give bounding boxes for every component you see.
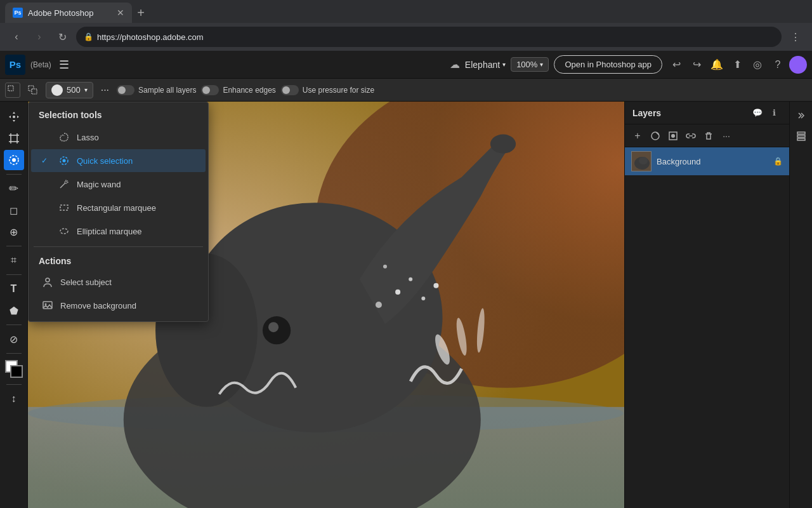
quick-selection-active-button[interactable] [4,150,24,170]
adjust-tool-button[interactable]: ↕ [4,389,24,409]
pressure-toggle-switch[interactable] [281,85,299,95]
shape-tool-button[interactable]: ⬟ [4,300,24,321]
background-color [10,365,23,378]
reload-button[interactable]: ↻ [53,28,71,46]
avatar[interactable] [789,56,807,74]
elliptical-marquee-label: Elliptical marquee [77,227,142,236]
discover-icon[interactable]: ◎ [749,56,766,74]
delete-layer-button[interactable] [701,128,716,144]
panel-icons-group: 💬 ℹ [750,105,782,121]
document-name[interactable]: Elephant ▾ [465,60,506,70]
eraser-tool-button[interactable]: ◻ [4,200,24,220]
link-layer-button[interactable] [683,128,698,144]
undo-icon[interactable]: ↩ [667,56,685,74]
brush-circle-icon [51,84,63,96]
new-tab-button[interactable]: + [132,4,150,22]
zoom-control[interactable]: 100% ▾ [511,57,549,72]
svg-line-35 [60,183,65,188]
magic-wand-icon [58,178,70,190]
svg-rect-53 [797,135,805,137]
rectangular-marquee-item[interactable]: Rectangular marquee [31,196,206,219]
layers-toolbar: + ··· [625,124,789,147]
mask-button[interactable] [665,128,681,144]
beta-label: (Beta) [30,60,51,69]
color-indicator[interactable] [5,360,23,378]
layer-name-label: Background [657,157,768,166]
sample-all-layers-label: Sample all layers [138,86,196,95]
sample-all-layers-toggle[interactable]: Sample all layers [117,85,196,95]
actions-header: Actions [29,251,208,270]
elliptical-marquee-item[interactable]: Elliptical marquee [31,220,206,243]
top-bar-icons: ↩ ↪ 🔔 ⬆ ◎ ? [667,56,807,74]
type-tool-button[interactable]: T [4,279,24,299]
crop-tool-button[interactable]: ⌗ [4,250,24,271]
layers-panel-icon[interactable] [792,127,810,145]
layer-thumbnail [631,151,652,171]
dropdown-separator [34,246,203,247]
selection-tools-header: Selection tools [29,102,208,125]
svg-point-32 [383,265,387,269]
forward-button[interactable]: › [30,28,48,46]
enhance-toggle-switch[interactable] [201,85,219,95]
lasso-icon [58,131,70,144]
open-in-photoshop-button[interactable]: Open in Photoshop app [554,55,662,74]
layer-more-button[interactable]: ··· [719,128,734,144]
select-subject-item[interactable]: Select subject [31,271,206,293]
top-bar: Ps (Beta) ☰ ☁ Elephant ▾ 100% ▾ Open in … [0,51,812,79]
redo-icon[interactable]: ↪ [688,56,705,74]
canvas-area: Selection tools Lasso ✓ Quick sele [28,102,624,508]
cloud-icon: ☁ [450,58,460,70]
address-bar[interactable]: 🔒 https://photoshop.adobe.com [76,27,782,47]
notifications-icon[interactable]: 🔔 [708,56,726,74]
right-side-icons [789,102,812,508]
svg-point-27 [395,290,400,295]
svg-point-30 [421,297,425,300]
remove-background-icon [41,299,54,312]
svg-line-39 [67,180,69,182]
browser-more-button[interactable]: ⋮ [787,28,804,46]
separator4 [6,324,22,325]
artboard-tool-button[interactable] [4,128,24,149]
panel-chat-icon[interactable]: 💬 [750,105,765,121]
expand-right-icon[interactable] [792,107,810,124]
lasso-tool-item[interactable]: Lasso [31,126,206,149]
use-pressure-label: Use pressure for size [303,86,374,95]
background-layer-item[interactable]: Background 🔒 [625,147,789,175]
brush-size-control[interactable]: 500 ▾ [46,82,93,98]
brush-tool-button[interactable]: ✏ [4,178,24,199]
back-button[interactable]: ‹ [8,28,25,46]
adjustment-layer-button[interactable] [648,128,663,144]
svg-rect-40 [60,205,68,210]
add-to-selection-icon[interactable] [5,83,20,98]
chevron-down-icon: ▾ [540,61,543,68]
layers-title: Layers [632,108,750,118]
options-dots[interactable]: ··· [98,84,112,96]
ps-logo: Ps [5,55,25,75]
sample-toggle-switch[interactable] [117,85,134,95]
hamburger-icon[interactable]: ☰ [56,55,72,74]
active-tab[interactable]: Ps Adobe Photoshop ✕ [5,3,132,23]
help-icon[interactable]: ? [769,56,787,74]
use-pressure-toggle[interactable]: Use pressure for size [281,85,374,95]
tab-close-icon[interactable]: ✕ [117,8,124,18]
eyedropper-tool-button[interactable]: ⊘ [4,329,24,349]
add-layer-button[interactable]: + [630,128,645,144]
share-icon[interactable]: ⬆ [728,56,746,74]
svg-rect-54 [797,138,805,140]
separator6 [6,384,22,385]
subtract-from-selection-icon[interactable] [25,83,41,98]
svg-point-29 [376,302,382,308]
magic-wand-item[interactable]: Magic wand [31,173,206,196]
quick-selection-item[interactable]: ✓ Quick selection [31,149,206,172]
remove-background-item[interactable]: Remove background [31,294,206,321]
enhance-edges-toggle[interactable]: Enhance edges [201,85,275,95]
remove-background-label: Remove background [60,301,136,311]
healing-tool-button[interactable]: ⊕ [4,222,24,242]
move-tool-button[interactable] [4,107,24,127]
main-content: ✏ ◻ ⊕ ⌗ T ⬟ ⊘ ↕ [0,102,812,508]
quick-selection-label: Quick selection [77,156,133,166]
panel-info-icon[interactable]: ℹ [766,105,782,121]
selection-tools-dropdown: Selection tools Lasso ✓ Quick sele [28,102,209,322]
browser-tab-bar: Ps Adobe Photoshop ✕ + [0,0,812,23]
select-subject-label: Select subject [60,277,112,287]
